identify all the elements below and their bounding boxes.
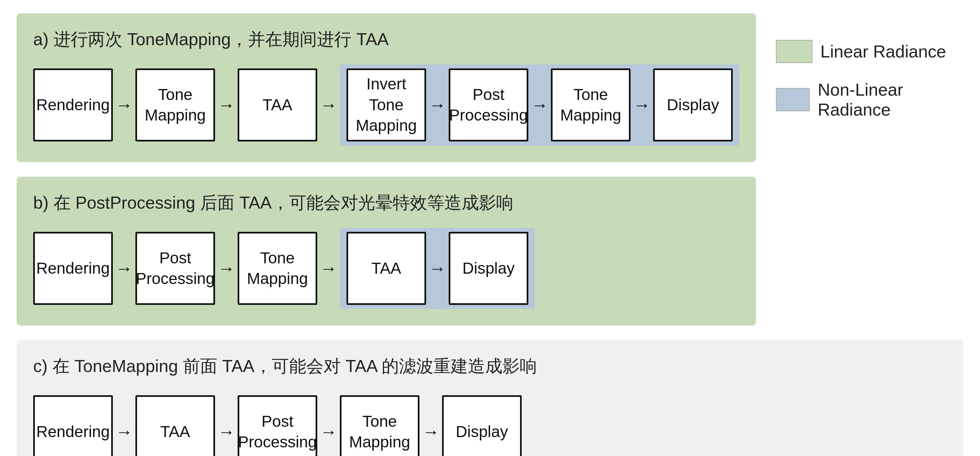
box-tonemapping-a2: ToneMapping xyxy=(551,69,630,142)
section-c: c) 在 ToneMapping 前面 TAA，可能会对 TAA 的滤波重建造成… xyxy=(17,340,963,456)
arrow-a6: → xyxy=(633,95,651,115)
box-postproc-a: PostProcessing xyxy=(449,69,528,142)
section-a-title: a) 进行两次 ToneMapping，并在期间进行 TAA xyxy=(33,28,740,51)
section-c-title: c) 在 ToneMapping 前面 TAA，可能会对 TAA 的滤波重建造成… xyxy=(33,355,947,378)
section-b-title: b) 在 PostProcessing 后面 TAA，可能会对光晕特效等造成影响 xyxy=(33,191,740,215)
box-display-c: Display xyxy=(442,395,522,456)
arrow-a3: → xyxy=(320,95,337,115)
main-container: a) 进行两次 ToneMapping，并在期间进行 TAA Rendering… xyxy=(17,13,963,456)
segment-a-blue: InvertToneMapping → PostProcessing → Ton… xyxy=(340,64,740,145)
legend-label-nonlinear: Non-Linear Radiance xyxy=(818,80,968,120)
arrow-a4: → xyxy=(429,95,446,115)
box-invert-a: InvertToneMapping xyxy=(347,69,426,142)
arrow-a5: → xyxy=(531,95,548,115)
segment-c: Rendering → TAA → PostProcessing → ToneM… xyxy=(33,391,522,456)
segment-b-blue: TAA → Display xyxy=(340,228,535,309)
arrow-b2: → xyxy=(218,258,235,278)
legend-box-nonlinear xyxy=(776,88,810,111)
arrow-c1: → xyxy=(116,422,133,442)
pipeline-c: Rendering → TAA → PostProcessing → ToneM… xyxy=(33,391,947,456)
pipeline-a: Rendering → ToneMapping → TAA → xyxy=(33,64,740,145)
segment-a-green: Rendering → ToneMapping → TAA → xyxy=(33,64,340,145)
box-taa-b: TAA xyxy=(347,232,426,305)
arrow-b4: → xyxy=(429,258,446,278)
section-b: b) 在 PostProcessing 后面 TAA，可能会对光晕特效等造成影响… xyxy=(17,177,756,325)
legend-item-nonlinear: Non-Linear Radiance xyxy=(776,80,968,120)
box-display-a: Display xyxy=(653,69,733,142)
section-a: a) 进行两次 ToneMapping，并在期间进行 TAA Rendering… xyxy=(17,13,756,162)
pipeline-b: Rendering → PostProcessing → ToneMapping… xyxy=(33,228,740,309)
arrow-c2: → xyxy=(218,422,235,442)
legend-label-linear: Linear Radiance xyxy=(820,41,946,61)
box-tonemapping-c: ToneMapping xyxy=(340,395,420,456)
arrow-b3: → xyxy=(320,258,337,278)
arrow-b1: → xyxy=(116,258,133,278)
box-postproc-b: PostProcessing xyxy=(135,232,215,305)
segment-b-green: Rendering → PostProcessing → ToneMapping… xyxy=(33,228,340,309)
arrow-a2: → xyxy=(218,95,235,115)
box-rendering-b: Rendering xyxy=(33,232,113,305)
legend: Linear Radiance Non-Linear Radiance xyxy=(776,13,968,120)
box-taa-a: TAA xyxy=(238,69,317,142)
legend-box-linear xyxy=(776,40,812,63)
legend-item-linear: Linear Radiance xyxy=(776,40,968,63)
box-tonemapping-a1: ToneMapping xyxy=(135,69,215,142)
arrow-c4: → xyxy=(422,422,439,442)
arrow-c3: → xyxy=(320,422,337,442)
box-rendering-a: Rendering xyxy=(33,69,113,142)
box-tonemapping-b: ToneMapping xyxy=(238,232,317,305)
box-display-b: Display xyxy=(449,232,528,305)
box-postproc-c: PostProcessing xyxy=(238,395,317,456)
box-rendering-c: Rendering xyxy=(33,395,113,456)
arrow-a1: → xyxy=(116,95,133,115)
box-taa-c: TAA xyxy=(135,395,215,456)
